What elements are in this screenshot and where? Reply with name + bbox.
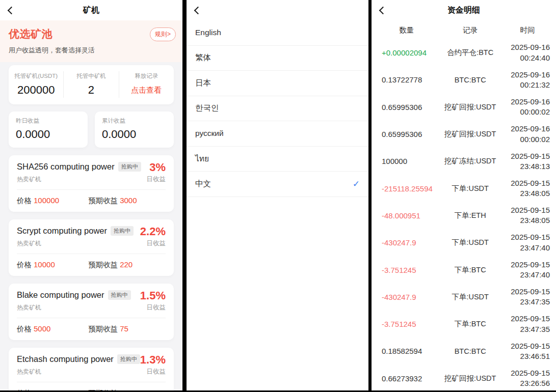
record-cell: 合约平仓:BTC (442, 48, 499, 58)
amount-cell: -215118.25594 (372, 184, 442, 193)
profit-value: 3000 (120, 196, 137, 205)
product-bottom-row: 价格 100000 预期收益 3000 (17, 196, 166, 206)
stats-column[interactable]: 托管中矿机 2 (63, 71, 118, 98)
hosting-stats-card: 托管矿机(USDT) 200000 托管中矿机 2 释放记录 点击查看 (9, 65, 174, 104)
back-button[interactable] (0, 0, 20, 20)
table-row: -430247.9 下单:USDT 2025-09-15 23:47:35 (372, 284, 556, 311)
table-row: 0.65995306 挖矿回报:USDT 2025-09-16 00:00:02 (372, 121, 556, 148)
table-row: 0.18582594 BTC:BTC 2025-09-15 23:46:51 (372, 338, 556, 365)
miner-screen: 矿机 优选矿池 规则> 用户收益透明，套餐选择灵活 托管矿机(USDT) 200… (0, 0, 182, 390)
divider (17, 254, 166, 254)
price-label: 价格 (17, 389, 32, 390)
back-button[interactable] (187, 0, 207, 20)
product-top-row: Etchash computing power 抢购中 1.3% (17, 354, 166, 366)
language-item[interactable]: русский ✓ (187, 121, 368, 147)
mining-product-card[interactable]: Blake computing power 抢购中 1.5% 热卖矿机 日收益 … (9, 284, 174, 340)
time-cell: 2025-09-16 00:24:40 (499, 42, 556, 63)
product-sub-row: 热卖矿机 日收益 (17, 368, 166, 376)
product-bottom-row: 价格 10000 预期收益 220 (17, 260, 166, 270)
product-sub-row: 热卖矿机 日收益 (17, 303, 166, 312)
stats-label: 托管中矿机 (66, 72, 116, 80)
time-cell: 2025-09-15 23:26:56 (499, 368, 556, 389)
record-cell: 下单:USDT (442, 184, 499, 193)
mining-product-card[interactable]: Scrypt computing power 抢购中 2.2% 热卖矿机 日收益… (9, 219, 174, 276)
product-name: Blake computing power (17, 290, 104, 300)
date-value: 2025-09-15 (499, 341, 550, 351)
profit-label: 预期收益 (88, 325, 118, 333)
language-label: English (195, 28, 221, 37)
profit-value: 75 (120, 324, 128, 333)
status-badge: 抢购中 (118, 162, 141, 172)
time-value: 00:24:40 (499, 53, 550, 63)
time-cell: 2025-09-16 00:21:32 (499, 70, 556, 91)
amount-cell: -430247.9 (372, 238, 442, 247)
record-cell: 下单:USDT (442, 238, 499, 247)
product-tag: 热卖矿机 (17, 368, 41, 376)
time-value: 23:47:35 (499, 297, 550, 307)
table-row: 0.66273932 挖矿回报:USDT 2025-09-15 23:26:56 (372, 365, 556, 390)
product-tag: 热卖矿机 (17, 175, 41, 184)
table-row: 0.65995306 挖矿回报:USDT 2025-09-16 00:00:02 (372, 94, 556, 121)
product-sub-row: 热卖矿机 日收益 (17, 239, 166, 248)
table-row: -215118.25594 下单:USDT 2025-09-15 23:48:0… (372, 175, 556, 202)
table-row: -3.751245 下单:BTC 2025-09-15 23:47:35 (372, 311, 556, 338)
stats-column[interactable]: 托管矿机(USDT) 200000 (9, 71, 63, 98)
date-value: 2025-09-15 (499, 232, 550, 242)
product-bottom-row: 价格 1000 预期收益 13 (17, 388, 166, 390)
language-label: 繁体 (195, 52, 211, 63)
funds-table: +0.00002094 合约平仓:BTC 2025-09-16 00:24:40… (372, 39, 556, 390)
daily-rate: 2.2% (140, 226, 166, 237)
product-top-row: Scrypt computing power 抢购中 2.2% (17, 226, 166, 237)
time-value: 00:00:02 (499, 107, 550, 117)
language-item[interactable]: 日本 ✓ (187, 71, 368, 96)
time-value: 23:48:05 (499, 188, 550, 199)
back-icon (8, 6, 16, 14)
time-cell: 2025-09-15 23:48:05 (499, 178, 556, 199)
status-badge: 抢购中 (117, 354, 140, 364)
amount-cell: 0.65995306 (372, 103, 442, 111)
amount-cell: 0.13722778 (372, 75, 442, 84)
page-title: 资金明细 (372, 5, 556, 16)
divider (17, 382, 166, 382)
divider (17, 189, 166, 190)
mining-pool-hero: 优选矿池 规则> 用户收益透明，套餐选择灵活 (0, 20, 182, 62)
daily-rate-label: 日收益 (147, 303, 166, 312)
price-label: 价格 (17, 261, 32, 269)
daily-rate: 3% (149, 162, 166, 173)
product-bottom-row: 价格 5000 预期收益 75 (17, 324, 166, 334)
language-item[interactable]: 繁体 ✓ (187, 46, 368, 71)
mining-product-card[interactable]: SHA256 computing power 抢购中 3% 热卖矿机 日收益 价… (9, 155, 174, 212)
amount-cell: +0.00002094 (372, 48, 442, 57)
language-label: 日本 (195, 78, 211, 89)
language-item[interactable]: ไทย ✓ (187, 147, 368, 172)
record-cell: 挖矿回报:USDT (442, 102, 499, 112)
language-label: 中文 (195, 179, 211, 189)
language-item[interactable]: 한국인 ✓ (187, 96, 368, 122)
page-title: 矿机 (0, 5, 182, 16)
stats-column[interactable]: 释放记录 点击查看 (119, 71, 174, 98)
product-sub-row: 热卖矿机 日收益 (17, 175, 166, 184)
language-screen: English ✓ 繁体 ✓ 日本 ✓ 한국인 ✓ русский ✓ ไทย … (187, 0, 368, 390)
price-label: 价格 (17, 197, 32, 205)
income-value: 0.0000 (16, 128, 81, 141)
funds-screen: 资金明细 数量 记录 时间 +0.00002094 合约平仓:BTC 2025-… (372, 0, 556, 390)
income-card: 昨日收益 0.0000 (9, 111, 88, 148)
back-button[interactable] (372, 0, 392, 20)
language-item[interactable]: English ✓ (187, 20, 368, 46)
divider (17, 318, 166, 318)
product-top-row: Blake computing power 抢购中 1.5% (17, 290, 166, 301)
time-value: 23:47:40 (499, 243, 550, 253)
product-tag: 热卖矿机 (17, 239, 41, 248)
mining-product-card[interactable]: Etchash computing power 抢购中 1.3% 热卖矿机 日收… (9, 348, 174, 390)
daily-rate-label: 日收益 (147, 368, 166, 376)
date-value: 2025-09-16 (499, 97, 550, 107)
income-card: 累计收益 0.0000 (95, 111, 174, 148)
language-item[interactable]: 中文 ✓ (187, 172, 368, 197)
status-badge: 抢购中 (108, 290, 131, 300)
date-value: 2025-09-15 (499, 151, 550, 161)
rules-button[interactable]: 规则> (150, 27, 176, 41)
amount-cell: 0.65995306 (372, 130, 442, 138)
pool-title: 优选矿池 (9, 27, 174, 41)
table-row: +0.00002094 合约平仓:BTC 2025-09-16 00:24:40 (372, 39, 556, 66)
time-cell: 2025-09-16 00:00:02 (499, 97, 556, 118)
